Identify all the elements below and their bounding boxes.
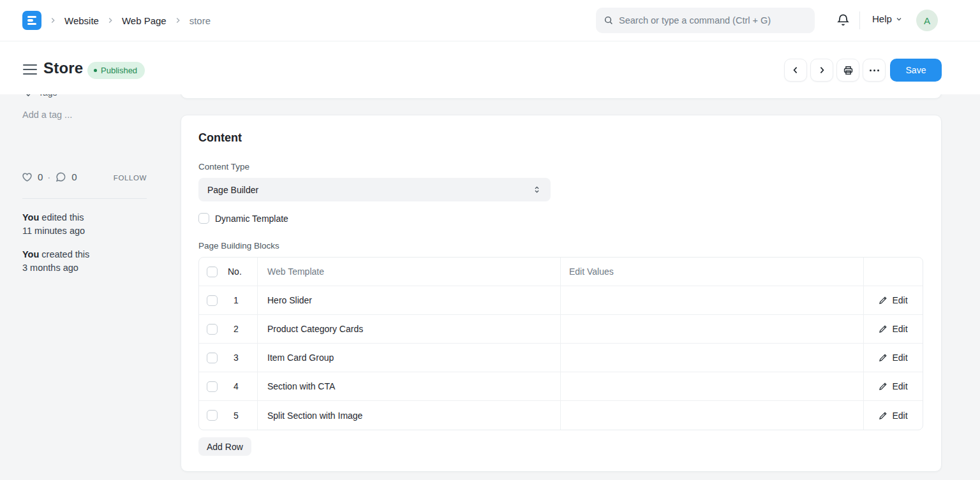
global-search[interactable]	[596, 8, 815, 33]
table-row[interactable]: 1 Hero Slider Edit	[199, 286, 923, 315]
navbar-divider	[859, 11, 860, 29]
activity-who: You	[22, 249, 39, 259]
content-type-select[interactable]: Page Builder	[198, 178, 551, 201]
status-dot	[94, 69, 97, 72]
chevron-up-down-icon	[532, 185, 542, 194]
chat-bubble-icon[interactable]	[55, 171, 67, 183]
reactions-row: 0 · 0	[21, 171, 77, 183]
edit-values-cell	[561, 401, 864, 430]
pencil-icon	[879, 411, 887, 420]
dynamic-template-row: Dynamic Template	[198, 213, 288, 224]
add-row-button[interactable]: Add Row	[198, 437, 251, 456]
breadcrumb: Website Web Page store	[22, 0, 211, 41]
web-template-cell[interactable]: Split Section with Image	[258, 401, 561, 430]
activity-edited: You edited this 11 minutes ago	[22, 211, 85, 238]
top-navbar: Website Web Page store	[0, 0, 980, 41]
table-row[interactable]: 3 Item Card Group Edit	[199, 344, 923, 372]
pencil-icon	[879, 296, 887, 305]
chevron-right-icon	[174, 16, 182, 25]
breadcrumb-item-website[interactable]: Website	[64, 15, 99, 26]
row-number: 1	[228, 295, 244, 305]
section-title: Content	[198, 131, 242, 145]
activity-when: 3 months ago	[22, 261, 89, 275]
table-row[interactable]: 5 Split Section with Image Edit	[199, 401, 923, 430]
edit-row-button[interactable]: Edit	[879, 353, 907, 363]
bell-icon[interactable]	[836, 13, 850, 27]
select-all-checkbox[interactable]	[207, 266, 218, 277]
dynamic-template-checkbox[interactable]	[198, 213, 209, 224]
status-badge: Published	[87, 62, 145, 79]
edit-values-cell	[561, 344, 864, 372]
edit-row-button[interactable]: Edit	[879, 411, 907, 421]
breadcrumb-item-store[interactable]: store	[189, 15, 211, 26]
content-section-card: Content Content Type Page Builder Dynami…	[181, 115, 942, 472]
chevron-left-icon	[791, 65, 801, 75]
hamburger-icon[interactable]	[23, 64, 37, 75]
web-template-cell[interactable]: Item Card Group	[258, 344, 561, 372]
dynamic-template-label: Dynamic Template	[215, 214, 288, 224]
breadcrumb-item-web-page[interactable]: Web Page	[122, 15, 167, 26]
prev-document-button[interactable]	[784, 59, 807, 82]
row-checkbox[interactable]	[207, 381, 218, 392]
web-template-cell[interactable]: Hero Slider	[258, 286, 561, 314]
user-avatar[interactable]: A	[916, 10, 938, 31]
help-label: Help	[872, 13, 892, 24]
row-checkbox[interactable]	[207, 353, 218, 363]
row-checkbox[interactable]	[207, 410, 218, 421]
activity-action: created this	[41, 249, 89, 259]
chevron-right-icon	[48, 16, 57, 25]
count-separator: ·	[47, 171, 50, 182]
like-count[interactable]: 0	[38, 171, 43, 182]
app-window: Tags Add a tag ... 0 · 0 FOLLOW You edit…	[0, 0, 980, 480]
table-row[interactable]: 2 Product Category Cards Edit	[199, 315, 923, 344]
printer-icon	[843, 65, 854, 76]
edit-values-cell	[561, 286, 864, 314]
content-type-value: Page Builder	[207, 185, 258, 195]
content-type-label: Content Type	[198, 162, 249, 171]
add-tag-field[interactable]: Add a tag ...	[22, 110, 72, 120]
row-checkbox[interactable]	[207, 324, 218, 335]
more-menu-button[interactable]	[863, 59, 886, 82]
pencil-icon	[879, 324, 887, 333]
activity-action: edited this	[41, 212, 84, 222]
column-header-web-template: Web Template	[258, 258, 561, 286]
column-header-actions	[864, 258, 923, 286]
chevron-right-icon	[106, 16, 115, 25]
edit-values-cell	[561, 315, 864, 343]
edit-row-button[interactable]: Edit	[879, 295, 907, 305]
activity-when: 11 minutes ago	[22, 224, 85, 238]
row-checkbox[interactable]	[207, 295, 218, 306]
table-row[interactable]: 4 Section with CTA Edit	[199, 372, 923, 401]
web-template-cell[interactable]: Section with CTA	[258, 372, 561, 400]
edit-row-button[interactable]: Edit	[879, 381, 907, 391]
help-menu[interactable]: Help	[872, 13, 903, 24]
follow-button[interactable]: FOLLOW	[89, 174, 147, 182]
page-title: Store	[43, 59, 83, 77]
activity-created: You created this 3 months ago	[22, 248, 89, 275]
column-header-no: No.	[228, 266, 242, 277]
pencil-icon	[879, 353, 887, 362]
column-header-edit-values: Edit Values	[561, 258, 864, 286]
page-building-blocks-label: Page Building Blocks	[198, 241, 279, 251]
print-button[interactable]	[836, 59, 859, 82]
chevron-down-icon	[895, 15, 903, 23]
save-button[interactable]: Save	[890, 59, 942, 82]
pencil-icon	[879, 382, 887, 391]
heart-icon[interactable]	[21, 171, 33, 183]
row-number: 5	[228, 411, 244, 421]
web-template-cell[interactable]: Product Category Cards	[258, 315, 561, 343]
app-logo[interactable]	[22, 11, 41, 30]
edit-row-button[interactable]: Edit	[879, 324, 907, 334]
table-header-row: No. Web Template Edit Values	[199, 258, 923, 286]
row-number: 4	[228, 381, 244, 391]
status-label: Published	[101, 66, 137, 75]
search-input[interactable]	[619, 15, 798, 25]
comment-count[interactable]: 0	[71, 171, 77, 182]
sidebar-divider	[22, 198, 147, 199]
chevron-right-icon	[817, 65, 827, 75]
page-building-blocks-table: No. Web Template Edit Values 1 Hero Slid…	[198, 257, 923, 430]
next-document-button[interactable]	[810, 59, 833, 82]
activity-who: You	[22, 212, 39, 222]
search-icon	[604, 15, 614, 25]
row-number: 2	[228, 324, 244, 334]
